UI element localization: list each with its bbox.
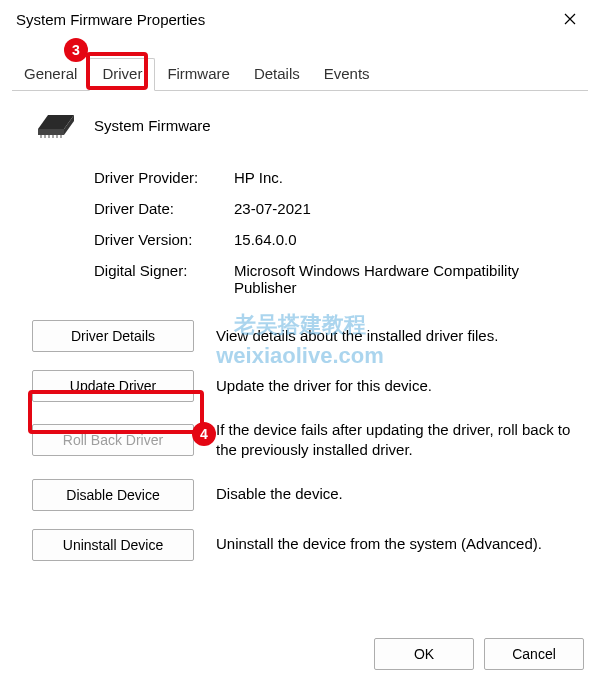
tab-general[interactable]: General — [12, 58, 89, 90]
signer-value: Microsoft Windows Hardware Compatibility… — [234, 262, 572, 296]
provider-value: HP Inc. — [234, 169, 572, 186]
ok-button[interactable]: OK — [374, 638, 474, 670]
version-value: 15.64.0.0 — [234, 231, 572, 248]
uninstall-device-button[interactable]: Uninstall Device — [32, 529, 194, 561]
tab-bar: General Driver Firmware Details Events — [12, 38, 588, 91]
date-value: 23-07-2021 — [234, 200, 572, 217]
update-driver-row: Update Driver Update the driver for this… — [32, 370, 572, 402]
provider-label: Driver Provider: — [94, 169, 234, 186]
dialog-footer: OK Cancel — [374, 638, 584, 670]
roll-back-desc: If the device fails after updating the d… — [216, 420, 572, 461]
version-label: Driver Version: — [94, 231, 234, 248]
close-button[interactable] — [552, 5, 588, 33]
driver-details-row: Driver Details View details about the in… — [32, 320, 572, 352]
update-driver-button[interactable]: Update Driver — [32, 370, 194, 402]
tab-events[interactable]: Events — [312, 58, 382, 90]
roll-back-row: Roll Back Driver If the device fails aft… — [32, 420, 572, 461]
window-title: System Firmware Properties — [16, 11, 205, 28]
uninstall-row: Uninstall Device Uninstall the device fr… — [32, 529, 572, 561]
roll-back-button: Roll Back Driver — [32, 424, 194, 456]
signer-label: Digital Signer: — [94, 262, 234, 296]
uninstall-desc: Uninstall the device from the system (Ad… — [216, 534, 572, 554]
disable-row: Disable Device Disable the device. — [32, 479, 572, 511]
device-header: System Firmware — [32, 109, 572, 141]
disable-desc: Disable the device. — [216, 484, 572, 504]
chip-icon — [32, 109, 76, 141]
cancel-button[interactable]: Cancel — [484, 638, 584, 670]
tab-details[interactable]: Details — [242, 58, 312, 90]
update-driver-desc: Update the driver for this device. — [216, 376, 572, 396]
device-name: System Firmware — [94, 117, 211, 134]
driver-info: Driver Provider: HP Inc. Driver Date: 23… — [94, 169, 572, 296]
svg-rect-1 — [38, 129, 64, 135]
date-label: Driver Date: — [94, 200, 234, 217]
driver-details-desc: View details about the installed driver … — [216, 326, 572, 346]
close-icon — [564, 13, 576, 25]
driver-details-button[interactable]: Driver Details — [32, 320, 194, 352]
tab-content: System Firmware Driver Provider: HP Inc.… — [0, 91, 600, 591]
tab-driver[interactable]: Driver — [89, 58, 155, 91]
titlebar: System Firmware Properties — [0, 0, 600, 38]
disable-device-button[interactable]: Disable Device — [32, 479, 194, 511]
tab-firmware[interactable]: Firmware — [155, 58, 242, 90]
